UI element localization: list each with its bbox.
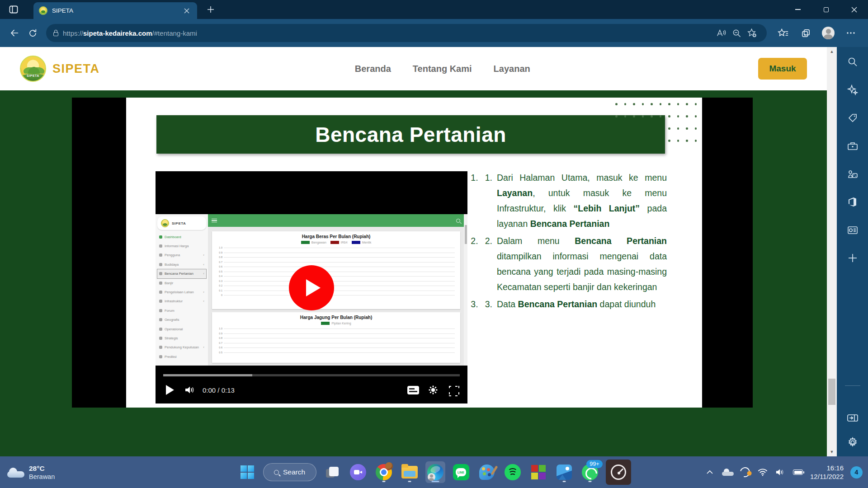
zoom-out-icon[interactable] — [729, 25, 744, 41]
video-volume-icon[interactable] — [180, 380, 200, 400]
collections-icon[interactable] — [797, 24, 815, 42]
maximize-button[interactable] — [812, 0, 840, 19]
lock-icon — [53, 32, 58, 36]
task-view-button[interactable] — [322, 461, 342, 483]
favorites-icon[interactable] — [774, 24, 792, 42]
wifi-icon[interactable] — [757, 467, 768, 478]
whatsapp-badge: 99+ — [586, 460, 602, 468]
nav-item-layanan[interactable]: Layanan — [494, 64, 530, 74]
line-button[interactable]: LINE — [451, 461, 471, 483]
url-path: /#tentang-kami — [152, 29, 197, 37]
chart-title: Harga Jagung Per Bulan (Rupiah) — [212, 315, 460, 320]
dot — [686, 103, 688, 105]
video-settings-icon[interactable] — [423, 380, 443, 400]
instruction-item: 1.Dari Halaman Utama, masuk ke menu Laya… — [481, 170, 667, 231]
close-button[interactable] — [840, 0, 868, 19]
url-bar[interactable]: https://sipeta-kedaireka.com/#tentang-ka… — [46, 24, 767, 42]
clock[interactable]: 16:16 12/11/2022 — [810, 464, 844, 481]
video-menu-operasional: Operasional — [157, 324, 206, 333]
video-menu-bencana-pertanian: Bencana Pertanian‹ — [157, 269, 206, 278]
login-button[interactable]: Masuk — [758, 58, 807, 80]
captions-icon[interactable] — [403, 380, 423, 400]
sidebar-add-icon[interactable] — [847, 252, 859, 264]
file-explorer-button[interactable] — [400, 461, 420, 483]
scrollbar-thumb[interactable] — [828, 379, 835, 405]
video-menu-geografis: Geografis — [157, 315, 206, 324]
sidebar-office-icon[interactable] — [847, 196, 859, 208]
play-button-overlay[interactable] — [289, 265, 334, 310]
dot — [695, 115, 697, 117]
sidebar-discover-icon[interactable] — [847, 84, 859, 96]
video-player[interactable]: SIPETA DashboardInformasi HargaPengguna‹… — [156, 171, 467, 404]
sync-icon[interactable] — [740, 467, 750, 478]
sidebar-outlook-icon[interactable] — [847, 224, 859, 236]
legend-swatch — [301, 241, 310, 244]
classic-windows-app-button[interactable] — [528, 461, 548, 483]
start-button[interactable] — [237, 461, 257, 483]
refresh-button[interactable] — [24, 24, 42, 42]
edge-button[interactable] — [425, 461, 445, 483]
tab-title: SIPETA — [52, 7, 182, 14]
nav-item-beranda[interactable]: Beranda — [355, 64, 391, 74]
new-tab-button[interactable] — [204, 5, 217, 15]
paint-button[interactable] — [477, 461, 497, 483]
site-logo-group[interactable]: SIPETA SIPETA — [20, 56, 100, 82]
video-dashboard-logo: SIPETA — [157, 216, 206, 230]
photos-button[interactable] — [554, 461, 574, 483]
chart-plot: 1.00.90.80.70.60.50.40.30.20.10 — [224, 248, 455, 298]
spotify-button[interactable] — [503, 461, 523, 483]
back-button[interactable] — [5, 24, 24, 42]
video-menu-strategis: Strategis — [157, 333, 206, 343]
taskbar-search[interactable]: Search — [263, 463, 316, 481]
video-progress-bar[interactable] — [163, 374, 460, 376]
weather-widget[interactable]: 28°C Berawan — [7, 464, 55, 481]
sidebar-shopping-icon[interactable] — [847, 112, 859, 124]
dot — [668, 115, 670, 117]
tray-chevron-icon[interactable] — [704, 467, 715, 478]
battery-icon[interactable] — [793, 467, 803, 478]
settings-menu-icon[interactable] — [842, 24, 860, 42]
dot — [660, 115, 662, 117]
nav-item-tentang-kami[interactable]: Tentang Kami — [413, 64, 472, 74]
video-menu-budidaya: Budidaya‹ — [157, 260, 206, 269]
sidebar-games-icon[interactable] — [847, 168, 859, 180]
chart-title: Harga Beras Per Bulan (Rupiah) — [212, 234, 460, 239]
fullscreen-icon[interactable] — [443, 380, 463, 400]
chrome-button[interactable] — [374, 461, 394, 483]
add-favorite-icon[interactable] — [744, 25, 760, 41]
sidebar-search-icon[interactable] — [847, 56, 859, 68]
video-play-icon[interactable] — [160, 380, 180, 400]
sidebar-settings-icon[interactable] — [847, 436, 859, 448]
mini-scrollbar — [464, 214, 467, 366]
tab-workspaces-icon[interactable] — [5, 1, 23, 18]
minimize-button[interactable] — [784, 0, 812, 19]
scroll-up-icon[interactable]: ▲ — [827, 47, 837, 56]
tab-close-icon[interactable] — [182, 6, 192, 16]
page-scrollbar[interactable]: ▲ ▼ — [827, 47, 837, 456]
video-menu-prediksi: Prediksi — [157, 352, 206, 361]
whatsapp-button[interactable]: 99+ — [580, 461, 600, 483]
sidebar-tools-icon[interactable] — [847, 140, 859, 152]
legend-label: Bengawan — [311, 241, 326, 244]
read-aloud-icon[interactable] — [713, 25, 729, 41]
legend-swatch — [321, 322, 330, 325]
instruction-item: 3.Data Bencana Pertanian dapat diunduh — [481, 296, 667, 312]
scroll-down-icon[interactable]: ▼ — [827, 447, 837, 456]
notification-badge[interactable]: 4 — [850, 466, 863, 479]
instructions-list: 1.Dari Halaman Utama, masuk ke menu Laya… — [481, 170, 667, 314]
dot — [686, 127, 688, 130]
sidebar-panel-icon[interactable] — [847, 412, 859, 424]
volume-icon[interactable] — [775, 467, 786, 478]
chat-button[interactable] — [348, 461, 368, 483]
legend-label: IR64 — [341, 241, 348, 244]
dot — [624, 103, 627, 105]
dot — [677, 127, 679, 130]
screen-recorder-button[interactable] — [606, 460, 631, 485]
profile-avatar[interactable] — [819, 24, 837, 42]
onedrive-icon[interactable] — [722, 467, 733, 478]
system-tray: 16:16 12/11/2022 4 — [704, 464, 863, 481]
browser-tab[interactable]: SIPETA — [33, 2, 197, 19]
video-dashboard-logo-icon — [161, 219, 169, 227]
hamburger-icon — [212, 219, 217, 222]
url-scheme: https:// — [63, 29, 83, 37]
